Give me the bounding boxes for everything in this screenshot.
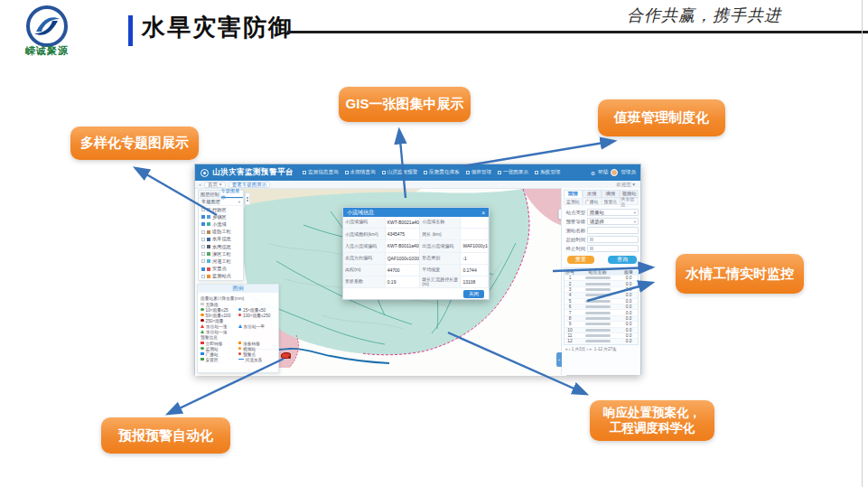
stage-rising-icon: [201, 324, 204, 328]
blurred-station-name: [585, 329, 611, 332]
checkbox[interactable]: [201, 245, 205, 248]
pagination-info: 1-12 共27条: [594, 347, 617, 351]
dialog-title: 小流域信息: [347, 209, 374, 217]
form-buttons: 重置 查询: [564, 256, 639, 265]
close-icon[interactable]: ×: [481, 210, 485, 216]
rain-dot-icon: [201, 308, 204, 312]
tab-water-supply[interactable]: 供水信息: [620, 198, 639, 205]
tab-water[interactable]: 水情: [583, 190, 602, 198]
menu-item[interactable]: 系统管理: [535, 169, 560, 176]
layer-item[interactable]: 水闸信息: [199, 243, 243, 250]
menu-item[interactable]: 山洪监测预警: [382, 169, 418, 176]
table-row[interactable]: 120.0: [565, 338, 638, 343]
checkbox[interactable]: [201, 259, 205, 263]
checkbox[interactable]: [201, 230, 205, 234]
close-button[interactable]: 关闭: [463, 290, 484, 298]
avatar[interactable]: [611, 169, 618, 176]
prepare-evacuate-icon: [238, 342, 242, 345]
end-time-input[interactable]: [587, 245, 639, 252]
checkbox[interactable]: [201, 208, 205, 211]
layer-item[interactable]: 堤防工程: [199, 229, 243, 236]
blurred-station-name: [585, 340, 611, 342]
tab-thematic-maps[interactable]: 专题图展示: [221, 191, 244, 198]
collapse-icon[interactable]: «: [199, 182, 201, 187]
checkbox[interactable]: [201, 275, 205, 278]
checkbox[interactable]: [201, 238, 205, 241]
layer-item[interactable]: 水库信息: [199, 236, 243, 243]
tab-layer-control[interactable]: 图层控制: [199, 191, 221, 198]
menu-item[interactable]: 水雨情查询: [345, 169, 376, 176]
gear-icon[interactable]: ⚙: [591, 170, 595, 176]
panel-collapse-handle[interactable]: [245, 192, 250, 205]
layer-item[interactable]: 行政区: [199, 206, 243, 213]
checkbox-checked[interactable]: [201, 215, 205, 219]
legend-item: 水位站—涨: [201, 323, 238, 328]
shelter-icon: [207, 267, 210, 271]
legend-title: 图例: [198, 285, 278, 293]
start-time-input[interactable]: [587, 236, 639, 243]
legend-item: 25<雨量≤50: [238, 307, 276, 312]
callout-duty-management: 值班管理制度化: [598, 99, 725, 136]
company-name: 嵘诚聚源: [13, 44, 81, 58]
layer-item[interactable]: 小流域: [199, 220, 243, 228]
station-icon: [207, 275, 210, 278]
checkbox-checked[interactable]: [201, 267, 205, 271]
reset-button[interactable]: 重置: [567, 256, 594, 264]
menu-icon: [303, 171, 306, 174]
app-menu: 监测信息查询 水雨情查询 山洪监测预警 应急责任体系 值班管理 一张图展示 系统…: [303, 169, 591, 176]
rain-dot-icon: [238, 308, 242, 312]
app-logo-icon: [201, 169, 209, 177]
menu-icon: [498, 171, 501, 174]
checkbox[interactable]: [201, 252, 205, 256]
app-window: 山洪灾害监测预警平台 监测信息查询 水雨情查询 山洪监测预警 应急责任体系 值班…: [194, 164, 641, 375]
title-accent-bar: [128, 15, 133, 46]
dike-icon: [207, 230, 210, 234]
menu-item-duty[interactable]: 值班管理: [466, 169, 491, 176]
layer-item[interactable]: 乡镇区: [199, 213, 243, 220]
tab-home[interactable]: 首页 ×: [204, 182, 226, 188]
legend-item: 准备转移: [238, 341, 276, 345]
warning-level-select[interactable]: 请选择: [587, 218, 639, 225]
layer-item[interactable]: 河道工程: [199, 258, 243, 265]
tab-broadcast-station[interactable]: 广播站: [583, 198, 602, 205]
pagination-nav[interactable]: « ‹ 1 共3页 › »: [565, 347, 592, 351]
blurred-station-name: [585, 312, 611, 314]
evacuate-now-icon: [201, 342, 204, 345]
watershed-info-dialog: 小流域信息 × 小流域编码KWT-B0021a40000 小流域名称 小流域面积…: [342, 207, 490, 300]
dialog-row: 入流小流域编码KWT-B0011a40000 出流小流域编码WAF1000y10…: [343, 240, 489, 252]
dialog-footer: 关闭: [343, 288, 489, 300]
checkbox-checked[interactable]: [201, 222, 205, 226]
blurred-station-name: [585, 317, 611, 320]
close-icon[interactable]: ×: [219, 182, 222, 187]
layer-item[interactable]: 安置点: [199, 266, 243, 273]
help-link[interactable]: 帮助: [598, 169, 608, 176]
panel-collapse-handle[interactable]: «: [556, 352, 562, 367]
flood-event-marker[interactable]: [281, 352, 291, 359]
rain-dot-icon: [201, 314, 204, 317]
legend-item: 视频站: [238, 346, 276, 351]
tab-rain[interactable]: 雨情: [564, 190, 583, 198]
menu-icon: [424, 171, 427, 174]
blurred-station-name: [585, 283, 611, 286]
station-type-select[interactable]: 雨量站: [587, 209, 639, 216]
menu-item[interactable]: 一张图展示: [498, 169, 528, 176]
legend-item: 无降雨: [201, 302, 238, 306]
blurred-station-name: [585, 294, 611, 296]
tab-monitor-station[interactable]: 监测站: [564, 198, 583, 205]
layer-item[interactable]: 监测站点: [199, 273, 243, 280]
tab-soil[interactable]: 墒情: [602, 190, 621, 198]
tab-warning-point[interactable]: 预警点: [602, 198, 621, 205]
callout-response-plan: 响应处置预案化， 工程调度科学化: [590, 400, 714, 441]
menu-item[interactable]: 应急责任体系: [424, 169, 460, 176]
shelter-area-icon: [201, 358, 204, 361]
blurred-station-name: [585, 334, 611, 337]
tab-current-view[interactable]: 要素专题图展示: [229, 182, 271, 188]
menu-item[interactable]: 监测信息查询: [303, 169, 339, 176]
station-name-input[interactable]: [587, 227, 639, 234]
legend-item: 安置区: [201, 357, 238, 361]
layer-item[interactable]: 灌区工程: [199, 250, 243, 258]
blurred-station-name: [585, 276, 611, 279]
welcome-dropdown[interactable]: 欢迎您 ▾: [616, 182, 635, 188]
dialog-row: 小流域编码KWT-B0021a40000 小流域名称: [343, 217, 489, 229]
query-button[interactable]: 查询: [608, 256, 637, 264]
